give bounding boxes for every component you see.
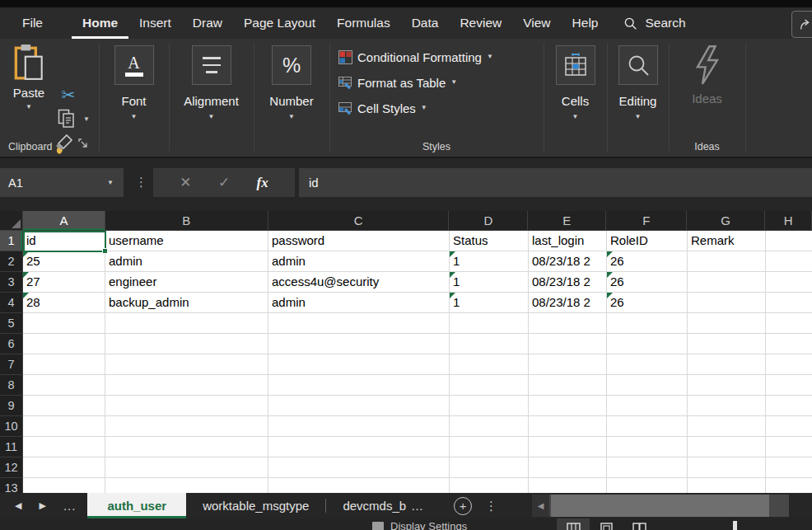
search-button[interactable]: Search [614,7,695,39]
cell-G10[interactable] [688,416,766,437]
cell-C6[interactable] [268,334,450,354]
cell-H12[interactable] [766,457,812,478]
cell-E11[interactable] [529,437,607,457]
cell-B8[interactable] [105,375,268,396]
cell-D11[interactable] [450,437,529,457]
paste-button[interactable]: Paste ▼ [7,44,51,126]
cell-C5[interactable] [268,313,450,334]
cell-E2[interactable]: 08/23/18 2 [529,251,607,272]
cell-F2[interactable]: 26 [607,251,688,272]
cell-G1[interactable]: Remark [688,231,766,251]
cell-A4[interactable]: 28 [23,293,105,313]
cell-F10[interactable] [607,416,688,437]
share-button[interactable] [791,11,812,38]
cell-F1[interactable]: RoleID [607,231,688,251]
insert-function-icon[interactable]: fx [256,175,268,191]
cell-H4[interactable] [766,293,812,313]
copy-button[interactable] [56,108,77,129]
menu-item-page-layout[interactable]: Page Layout [233,7,326,39]
cell-A6[interactable] [23,334,105,354]
menu-item-view[interactable]: View [512,7,561,39]
cell-C9[interactable] [268,396,450,416]
cell-D13[interactable] [450,478,529,493]
cell-D10[interactable] [450,416,529,437]
row-header-4[interactable]: 4 [0,293,23,313]
row-header-13[interactable]: 13 [0,478,23,493]
cell-E10[interactable] [529,416,607,437]
column-header-H[interactable]: H [765,211,812,231]
menu-item-review[interactable]: Review [449,7,512,39]
copy-dropdown-arrow[interactable]: ▼ [83,116,90,123]
row-header-6[interactable]: 6 [0,334,23,354]
cell-C11[interactable] [268,437,450,457]
number-group-button[interactable]: % Number ▼ [254,44,329,120]
cell-A7[interactable] [23,354,105,375]
row-header-1[interactable]: 1 [0,231,23,251]
cell-H5[interactable] [766,313,812,334]
cell-styles-button[interactable]: Cell Styles ▼ [338,100,427,116]
cell-G3[interactable] [688,272,766,293]
cell-D9[interactable] [450,396,529,416]
cell-D6[interactable] [450,334,529,354]
cell-C8[interactable] [268,375,450,396]
row-header-7[interactable]: 7 [0,354,23,375]
cell-F4[interactable]: 26 [607,293,688,313]
cell-C4[interactable]: admin [268,293,450,313]
cell-A13[interactable] [23,478,105,493]
row-header-10[interactable]: 10 [0,416,23,437]
cell-D7[interactable] [450,354,529,375]
cell-A2[interactable]: 25 [23,251,105,272]
cell-A10[interactable] [23,416,105,437]
cell-F5[interactable] [607,313,688,334]
cell-B2[interactable]: admin [105,251,268,272]
sheet-tab-devcmds_b[interactable]: devcmds_b… [326,493,441,518]
cell-E1[interactable]: last_login [529,231,607,251]
scrollbar-track[interactable] [549,495,789,517]
cell-H10[interactable] [766,416,812,437]
cell-B6[interactable] [105,334,268,354]
row-header-12[interactable]: 12 [0,457,23,478]
display-settings-button[interactable]: Display Settings [372,520,467,530]
column-header-B[interactable]: B [105,211,268,231]
conditional-formatting-button[interactable]: Conditional Formatting ▼ [338,49,493,65]
cell-G2[interactable] [688,251,766,272]
cell-D4[interactable]: 1 [450,293,529,313]
menu-item-home[interactable]: Home [72,7,128,39]
cell-C3[interactable]: access4u@security [268,272,450,293]
next-sheet-arrow[interactable]: ▶ [39,500,45,511]
ideas-button[interactable]: Ideas Ideas [669,39,745,158]
select-all-corner[interactable] [0,211,23,231]
formula-bar-grip[interactable]: ⋮ [135,175,147,190]
cell-D3[interactable]: 1 [450,272,529,293]
name-box[interactable]: A1 ▼ [0,168,124,197]
cell-B7[interactable] [105,354,268,375]
cell-D2[interactable]: 1 [450,251,529,272]
cell-F8[interactable] [607,375,688,396]
cell-G11[interactable] [688,437,766,457]
row-header-9[interactable]: 9 [0,396,23,416]
cell-F3[interactable]: 26 [607,272,688,293]
cell-C12[interactable] [268,457,450,478]
cell-A8[interactable] [23,375,105,396]
column-header-C[interactable]: C [268,211,450,231]
cell-F13[interactable] [607,478,688,493]
cell-B4[interactable]: backup_admin [105,293,268,313]
cell-H3[interactable] [766,272,812,293]
cell-A11[interactable] [23,437,105,457]
tab-options-dots-icon[interactable]: ⋮ [485,499,497,514]
more-sheets-button[interactable]: ... [63,502,77,510]
cell-E9[interactable] [529,396,607,416]
new-sheet-button[interactable]: + [454,497,472,515]
cell-G13[interactable] [688,478,766,493]
row-header-8[interactable]: 8 [0,375,23,396]
cell-E8[interactable] [529,375,607,396]
cell-H2[interactable] [766,251,812,272]
zoom-slider-handle[interactable] [733,521,737,530]
menu-item-insert[interactable]: Insert [128,7,182,39]
cell-G8[interactable] [688,375,766,396]
cell-G7[interactable] [688,354,766,375]
clipboard-dialog-launcher[interactable] [78,137,88,152]
column-header-G[interactable]: G [687,211,765,231]
cell-D5[interactable] [450,313,529,334]
cell-B9[interactable] [105,396,268,416]
